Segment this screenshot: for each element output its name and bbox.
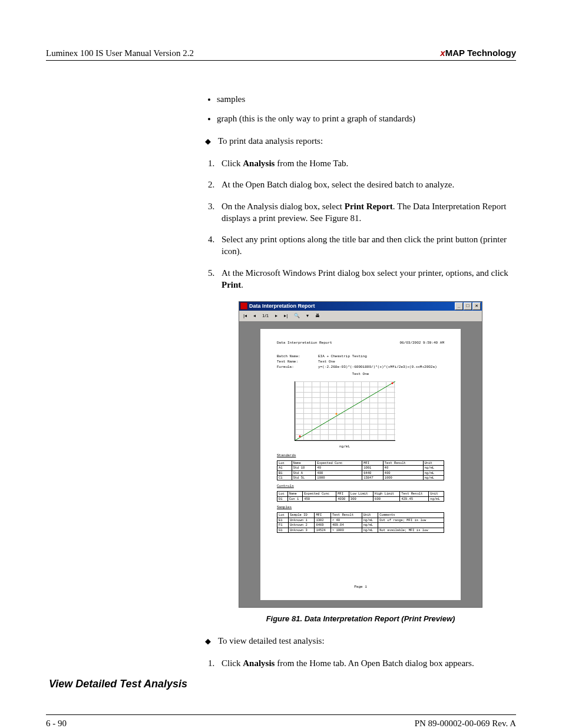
header-right-text: MAP Technology (445, 48, 516, 58)
controls-table: LocNameExpected ConcMFILow LimitHigh Lim… (277, 491, 444, 502)
samples-title: Samples (277, 505, 444, 510)
figure-caption: Figure 81. Data Interpretation Report (P… (205, 614, 516, 624)
page-header: Luminex 100 IS User Manual Version 2.2 x… (46, 47, 516, 61)
step-item: At the Open Batch dialog box, select the… (217, 179, 516, 190)
left-column: View Detailed Test Analysis (46, 93, 187, 691)
zoom-dropdown[interactable]: ▾ (304, 311, 311, 321)
minimize-button[interactable]: _ (455, 302, 463, 310)
standards-chart (295, 381, 395, 441)
step-item: Click Analysis from the Home Tab. (217, 157, 516, 169)
step-item: Select any print options along the title… (217, 233, 516, 258)
step-item: At the Microsoft Windows Print dialog bo… (217, 267, 516, 291)
bullet-item: samples (217, 93, 516, 105)
preview-area[interactable]: Data Interpretation Report 06/03/2002 9:… (239, 322, 482, 607)
preview-page: Data Interpretation Report 06/03/2002 9:… (260, 329, 461, 600)
prev-page-button[interactable]: ◂ (251, 311, 258, 321)
figure-81: Data Interpretation Report _ □ × |◂ ◂ 1/… (205, 301, 516, 624)
last-page-button[interactable]: ▸| (282, 311, 290, 321)
view-steps-list: Click Analysis from the Home tab. An Ope… (205, 657, 516, 669)
standards-table: LocNameExpected ConcMFITest ResultUnitA1… (277, 460, 444, 481)
first-page-button[interactable]: |◂ (241, 311, 249, 321)
samples-table: LocSample IDMFITest ResultUnitCommentsE1… (277, 512, 444, 533)
standards-title: Standards (277, 453, 444, 458)
controls-title: Controls (277, 484, 444, 489)
header-left: Luminex 100 IS User Manual Version 2.2 (46, 47, 194, 59)
preview-toolbar: |◂ ◂ 1/1 ▸ ▸| 🔍 ▾ 🖶 (239, 311, 482, 322)
bullet-list: samples graph (this is the only way to p… (205, 93, 516, 124)
bullet-item: graph (this is the only way to print a g… (217, 113, 516, 124)
chart-title: Test One (277, 372, 444, 377)
close-button[interactable]: × (472, 302, 481, 310)
view-intro-text: To view detailed test analysis: (218, 635, 325, 647)
view-detailed-intro: ◆ To view detailed test analysis: (205, 635, 516, 647)
svg-point-1 (336, 413, 338, 415)
diamond-icon: ◆ (205, 636, 211, 647)
page-content: View Detailed Test Analysis samples grap… (46, 93, 516, 691)
report-page-number: Page 1 (260, 585, 461, 589)
procedure-intro: ◆ To print data analysis reports: (205, 135, 516, 147)
next-page-button[interactable]: ▸ (273, 311, 280, 321)
steps-list: Click Analysis from the Home Tab. At the… (205, 157, 516, 291)
section-title-view-detailed: View Detailed Test Analysis (46, 678, 187, 691)
maximize-button[interactable]: □ (464, 302, 472, 310)
header-right: xMAP Technology (440, 47, 516, 59)
chart-xlabel: ng/mL (295, 444, 395, 449)
footer-left: 6 - 90 (46, 717, 67, 728)
report-timestamp: 06/03/2002 9:59:40 AM (399, 341, 444, 345)
print-preview-window: Data Interpretation Report _ □ × |◂ ◂ 1/… (239, 301, 482, 608)
step-item: On the Analysis dialog box, select Print… (217, 200, 516, 225)
step-item: Click Analysis from the Home tab. An Ope… (217, 657, 516, 669)
svg-point-0 (299, 436, 301, 437)
app-icon (240, 302, 247, 309)
footer-right: PN 89-00002-00-069 Rev. A (415, 717, 516, 728)
page-indicator: 1/1 (260, 311, 271, 321)
zoom-button[interactable]: 🔍 (292, 311, 302, 321)
svg-point-2 (392, 383, 394, 384)
page-footer: 6 - 90 PN 89-00002-00-069 Rev. A (46, 714, 516, 728)
print-button[interactable]: 🖶 (313, 311, 322, 321)
window-title: Data Interpretation Report (249, 302, 315, 309)
diamond-icon: ◆ (205, 136, 211, 147)
header-x-prefix: x (440, 48, 445, 58)
window-titlebar[interactable]: Data Interpretation Report _ □ × (239, 302, 482, 311)
intro-text: To print data analysis reports: (218, 135, 323, 147)
right-column: samples graph (this is the only way to p… (205, 93, 516, 691)
report-title: Data Interpretation Report (277, 341, 332, 345)
